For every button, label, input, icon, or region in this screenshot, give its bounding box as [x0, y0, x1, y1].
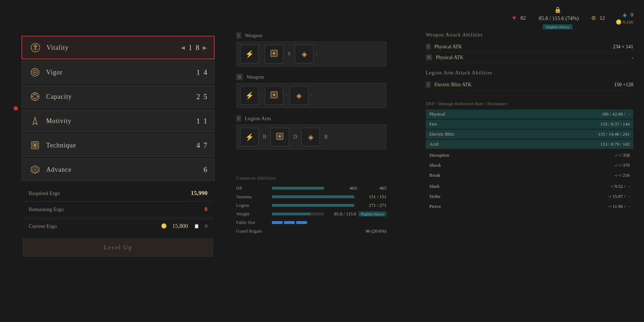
arrow-left[interactable]: ◀: [181, 45, 185, 51]
weight-label: Slightly Heavy: [543, 24, 572, 29]
motivity-val2: 1: [204, 117, 207, 125]
weapon-2-label: Weapon: [247, 74, 264, 80]
remaining-ergo-row: Remaining Ergo 0: [23, 203, 213, 216]
def-physical-label: Physical: [429, 111, 469, 117]
shield-icon: [270, 49, 278, 59]
weapon-2-section: II Weapon ⚡ - - ◈ -: [236, 74, 386, 108]
def-strike-label: Strike: [429, 194, 469, 199]
fable-label: Fable Slot: [236, 220, 268, 225]
vitality-label: Vitality: [47, 44, 181, 52]
weapon-1-slot-2[interactable]: [265, 45, 283, 63]
weight-ability-label: Weight: [236, 211, 268, 217]
weapon-1-slots: ⚡ - S ◈ -: [236, 42, 386, 67]
advance-values: 6: [204, 166, 207, 174]
current-ergo-value: 15,800: [172, 223, 188, 229]
ergo-zero: 0: [631, 12, 634, 18]
legion-slot-2[interactable]: [270, 128, 289, 146]
weapon-2-slot-1[interactable]: ⚡: [240, 86, 259, 105]
stat-vitality[interactable]: Vitality ◀ 1 8 ▶: [21, 36, 215, 59]
ergo-icon: ◈: [621, 11, 629, 19]
gem-icon: ◈: [302, 50, 307, 58]
stamina-values: 151 / 151: [358, 194, 386, 200]
stat-advance[interactable]: Advance 6: [21, 158, 215, 181]
current-ergo-label: Current Ergo: [29, 223, 57, 229]
def-slash-extra: -: [628, 184, 630, 189]
weight-value: 85.8 / 115.6 (74%): [538, 15, 579, 21]
hp-bar-container: [272, 187, 324, 190]
weapon-2-header: II Weapon: [236, 74, 386, 80]
advance-icon: [29, 164, 41, 176]
equipment-panel: I Weapon ⚡ - S ◈ -: [236, 32, 386, 157]
legion-grade-b2: B: [322, 134, 330, 140]
def-slash-values: -/ 9.52 /: [469, 184, 625, 189]
capacity-val1: 2: [196, 93, 200, 101]
fable-slot-3: [296, 221, 307, 224]
svg-rect-26: [273, 94, 275, 96]
guard-regain-row: Guard Regain 96 (20.6%): [236, 228, 386, 234]
weapon-attack-list: I Physical ATK 234 + 141 II Physical ATK…: [426, 42, 633, 63]
svg-marker-14: [33, 117, 37, 125]
capacity-values: 2 5: [196, 93, 207, 101]
weapon-2-slot-3[interactable]: ◈: [290, 86, 308, 105]
def-row-electric: Electric Blitz 133 / 14.46 / 241: [426, 130, 633, 139]
top-hud: ♥ 82 🔒 85.8 / 115.6 (74%) Slightly Heavy…: [510, 6, 633, 29]
hp-display: ♥ 82: [510, 14, 526, 22]
weapon-2-slot-2[interactable]: [265, 86, 283, 105]
right-panel: Weapon Attack Abilities I Physical ATK 2…: [426, 32, 633, 212]
gold-value: 12: [600, 15, 605, 21]
shield-icon-2: [270, 91, 278, 101]
stat-technique[interactable]: Technique 4 7: [21, 134, 215, 157]
legion-arm-section: I Legion Arm ⚡ B D ◈ B: [236, 115, 386, 150]
stat-vigor[interactable]: Vigor 1 4: [21, 61, 215, 84]
motivity-label: Motivity: [46, 117, 196, 125]
weapon-atk-value-2: -: [631, 55, 633, 60]
legion-slots: ⚡ B D ◈ B: [236, 125, 386, 150]
arrow-right[interactable]: ▶: [203, 45, 207, 51]
def-row-disruption: Disruption -/ -/ 358: [426, 150, 633, 160]
def-electric-label: Electric Blitz: [429, 131, 469, 137]
shield-icon-3: [275, 132, 284, 142]
stat-capacity[interactable]: Capacity 2 5: [21, 85, 215, 108]
required-ergo-row: Required Ergo 15,990: [23, 187, 213, 200]
technique-values: 4 7: [196, 141, 207, 150]
weapon-1-slot-3[interactable]: ◈: [295, 45, 313, 63]
weapon-atk-label-1: Physical ATK: [434, 44, 613, 50]
weapon-attack-title: Weapon Attack Abilities: [426, 32, 633, 38]
ergo-sub: 🪙 9,166: [616, 19, 633, 25]
weapon-1-section: I Weapon ⚡ - S ◈ -: [236, 32, 386, 67]
legion-label: Legion Arm: [245, 116, 271, 122]
weapon-1-slot-1[interactable]: ⚡: [240, 45, 259, 63]
def-pierce-label: Pierce: [429, 204, 469, 209]
def-electric-values: 133 / 14.46 / 241: [469, 131, 630, 137]
technique-label: Technique: [46, 142, 196, 149]
weight-bar-container: [272, 213, 324, 215]
def-break-label: Break: [429, 172, 469, 178]
legion-slot-3[interactable]: ◈: [301, 128, 320, 146]
stamina-label: Stamina: [236, 194, 268, 200]
fable-slot-2: [284, 221, 295, 224]
vigor-label: Vigor: [46, 69, 196, 76]
legion-values: 271 / 271: [358, 203, 386, 208]
def-fire-values: 133 / 8.37 / 144: [469, 121, 630, 127]
fable-slots: [268, 221, 386, 224]
legion-atk-row-1: I Electric Blitz ATK 150 +120: [426, 79, 633, 90]
vigor-val1: 1: [196, 68, 200, 77]
stat-motivity[interactable]: Motivity 1 1: [21, 109, 215, 132]
legion-ability-label: Legion: [236, 203, 268, 208]
technique-val2: 7: [204, 141, 207, 150]
remaining-ergo-label: Remaining Ergo: [29, 206, 64, 213]
remaining-ergo-value: 0: [205, 206, 208, 213]
weight-display: 🔒 85.8 / 115.6 (74%) Slightly Heavy: [536, 6, 579, 29]
legion-slot-1[interactable]: ⚡: [240, 128, 259, 146]
current-ergo-values: 🪙 15,800 📋 0: [161, 223, 208, 229]
weapon-atk-label-2: Physical ATK: [436, 55, 631, 60]
vitality-values: ◀ 1 8 ▶: [181, 44, 207, 52]
svg-rect-23: [273, 52, 275, 54]
def-row-fire: Fire 133 / 8.37 / 144: [426, 119, 633, 129]
legion-attack-list: I Electric Blitz ATK 150 +120: [426, 79, 633, 90]
weapon-1-header: I Weapon: [236, 32, 386, 39]
heart-icon: ♥: [510, 14, 518, 22]
weapon-1-grade-s: S: [286, 51, 293, 57]
level-up-button[interactable]: Level Up: [23, 239, 213, 257]
def-section: DEF / Damage Reduction Rate / Resistance…: [426, 101, 633, 211]
